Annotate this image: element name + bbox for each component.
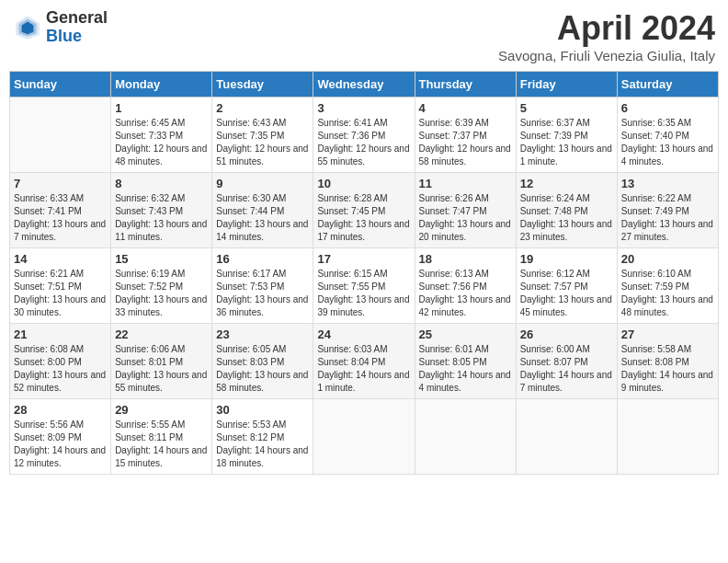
header-thursday: Thursday <box>415 72 516 98</box>
day-number: 15 <box>115 252 208 266</box>
day-info: Sunrise: 6:08 AMSunset: 8:00 PMDaylight:… <box>14 343 107 395</box>
cell-week5-day3 <box>313 399 415 475</box>
cell-week2-day3: 10Sunrise: 6:28 AMSunset: 7:45 PMDayligh… <box>313 173 415 248</box>
cell-week4-day1: 22Sunrise: 6:06 AMSunset: 8:01 PMDayligh… <box>111 324 212 399</box>
day-number: 29 <box>115 403 208 417</box>
day-info: Sunrise: 6:15 AMSunset: 7:55 PMDaylight:… <box>317 268 410 319</box>
day-number: 22 <box>115 327 208 341</box>
day-info: Sunrise: 6:13 AMSunset: 7:56 PMDaylight:… <box>419 268 512 319</box>
day-info: Sunrise: 6:24 AMSunset: 7:48 PMDaylight:… <box>520 192 613 244</box>
day-number: 6 <box>621 101 714 115</box>
week-row-2: 7Sunrise: 6:33 AMSunset: 7:41 PMDaylight… <box>10 173 719 248</box>
day-info: Sunrise: 6:45 AMSunset: 7:33 PMDaylight:… <box>115 117 208 168</box>
day-info: Sunrise: 6:22 AMSunset: 7:49 PMDaylight:… <box>621 192 714 244</box>
cell-week4-day6: 27Sunrise: 5:58 AMSunset: 8:08 PMDayligh… <box>617 324 718 399</box>
day-number: 20 <box>621 252 714 266</box>
day-info: Sunrise: 6:05 AMSunset: 8:03 PMDaylight:… <box>216 343 309 395</box>
cell-week1-day2: 2Sunrise: 6:43 AMSunset: 7:35 PMDaylight… <box>212 98 313 173</box>
day-info: Sunrise: 6:03 AMSunset: 8:04 PMDaylight:… <box>317 343 410 395</box>
day-info: Sunrise: 6:01 AMSunset: 8:05 PMDaylight:… <box>419 343 512 395</box>
day-number: 10 <box>317 177 410 190</box>
day-number: 24 <box>317 327 410 341</box>
cell-week3-day4: 18Sunrise: 6:13 AMSunset: 7:56 PMDayligh… <box>415 248 516 324</box>
cell-week4-day0: 21Sunrise: 6:08 AMSunset: 8:00 PMDayligh… <box>10 324 111 399</box>
day-number: 21 <box>14 327 107 341</box>
logo-icon <box>13 13 42 42</box>
day-info: Sunrise: 6:19 AMSunset: 7:52 PMDaylight:… <box>115 268 208 319</box>
day-number: 8 <box>115 177 208 190</box>
day-number: 12 <box>520 177 613 190</box>
cell-week1-day3: 3Sunrise: 6:41 AMSunset: 7:36 PMDaylight… <box>313 98 415 173</box>
cell-week4-day3: 24Sunrise: 6:03 AMSunset: 8:04 PMDayligh… <box>313 324 415 399</box>
cell-week1-day4: 4Sunrise: 6:39 AMSunset: 7:37 PMDaylight… <box>415 98 516 173</box>
logo-general: General <box>46 8 108 27</box>
day-info: Sunrise: 6:28 AMSunset: 7:45 PMDaylight:… <box>317 192 410 244</box>
cell-week3-day6: 20Sunrise: 6:10 AMSunset: 7:59 PMDayligh… <box>617 248 718 324</box>
day-info: Sunrise: 5:58 AMSunset: 8:08 PMDaylight:… <box>621 343 714 395</box>
day-info: Sunrise: 6:39 AMSunset: 7:37 PMDaylight:… <box>419 117 512 168</box>
header-friday: Friday <box>516 72 617 98</box>
day-info: Sunrise: 6:21 AMSunset: 7:51 PMDaylight:… <box>14 268 107 319</box>
header-sunday: Sunday <box>10 72 111 98</box>
cell-week2-day0: 7Sunrise: 6:33 AMSunset: 7:41 PMDaylight… <box>10 173 111 248</box>
day-info: Sunrise: 6:10 AMSunset: 7:59 PMDaylight:… <box>621 268 714 319</box>
cell-week5-day5 <box>516 399 617 475</box>
header-tuesday: Tuesday <box>212 72 313 98</box>
page-header: General Blue April 2024 Savogna, Friuli … <box>9 9 719 63</box>
week-row-1: 1Sunrise: 6:45 AMSunset: 7:33 PMDaylight… <box>10 98 719 173</box>
day-number: 28 <box>14 403 107 417</box>
week-row-3: 14Sunrise: 6:21 AMSunset: 7:51 PMDayligh… <box>10 248 719 324</box>
day-number: 13 <box>621 177 714 190</box>
cell-week5-day4 <box>415 399 516 475</box>
day-number: 1 <box>115 101 208 115</box>
cell-week2-day2: 9Sunrise: 6:30 AMSunset: 7:44 PMDaylight… <box>212 173 313 248</box>
day-number: 30 <box>216 403 309 417</box>
day-number: 14 <box>14 252 107 266</box>
day-info: Sunrise: 6:37 AMSunset: 7:39 PMDaylight:… <box>520 117 613 168</box>
cell-week1-day1: 1Sunrise: 6:45 AMSunset: 7:33 PMDaylight… <box>111 98 212 173</box>
cell-week3-day2: 16Sunrise: 6:17 AMSunset: 7:53 PMDayligh… <box>212 248 313 324</box>
day-info: Sunrise: 6:32 AMSunset: 7:43 PMDaylight:… <box>115 192 208 244</box>
day-info: Sunrise: 6:17 AMSunset: 7:53 PMDaylight:… <box>216 268 309 319</box>
day-number: 2 <box>216 101 309 115</box>
week-row-5: 28Sunrise: 5:56 AMSunset: 8:09 PMDayligh… <box>10 399 719 475</box>
day-info: Sunrise: 5:53 AMSunset: 8:12 PMDaylight:… <box>216 419 309 470</box>
cell-week2-day5: 12Sunrise: 6:24 AMSunset: 7:48 PMDayligh… <box>516 173 617 248</box>
day-info: Sunrise: 6:35 AMSunset: 7:40 PMDaylight:… <box>621 117 714 168</box>
day-number: 5 <box>520 101 613 115</box>
title-block: April 2024 Savogna, Friuli Venezia Giuli… <box>498 9 715 63</box>
cell-week5-day0: 28Sunrise: 5:56 AMSunset: 8:09 PMDayligh… <box>10 399 111 475</box>
header-wednesday: Wednesday <box>313 72 415 98</box>
day-number: 27 <box>621 327 714 341</box>
day-number: 25 <box>419 327 512 341</box>
cell-week4-day4: 25Sunrise: 6:01 AMSunset: 8:05 PMDayligh… <box>415 324 516 399</box>
header-monday: Monday <box>111 72 212 98</box>
day-info: Sunrise: 6:41 AMSunset: 7:36 PMDaylight:… <box>317 117 410 168</box>
day-info: Sunrise: 6:43 AMSunset: 7:35 PMDaylight:… <box>216 117 309 168</box>
day-number: 23 <box>216 327 309 341</box>
day-number: 16 <box>216 252 309 266</box>
day-number: 26 <box>520 327 613 341</box>
day-number: 9 <box>216 177 309 190</box>
day-number: 3 <box>317 101 410 115</box>
cell-week2-day1: 8Sunrise: 6:32 AMSunset: 7:43 PMDaylight… <box>111 173 212 248</box>
logo-text: General Blue <box>46 9 108 46</box>
day-info: Sunrise: 6:12 AMSunset: 7:57 PMDaylight:… <box>520 268 613 319</box>
day-number: 11 <box>419 177 512 190</box>
cell-week3-day0: 14Sunrise: 6:21 AMSunset: 7:51 PMDayligh… <box>10 248 111 324</box>
calendar-header-row: SundayMondayTuesdayWednesdayThursdayFrid… <box>10 72 719 98</box>
day-number: 18 <box>419 252 512 266</box>
day-number: 4 <box>419 101 512 115</box>
day-number: 17 <box>317 252 410 266</box>
cell-week3-day5: 19Sunrise: 6:12 AMSunset: 7:57 PMDayligh… <box>516 248 617 324</box>
header-saturday: Saturday <box>617 72 718 98</box>
cell-week3-day3: 17Sunrise: 6:15 AMSunset: 7:55 PMDayligh… <box>313 248 415 324</box>
calendar-table: SundayMondayTuesdayWednesdayThursdayFrid… <box>9 71 719 475</box>
week-row-4: 21Sunrise: 6:08 AMSunset: 8:00 PMDayligh… <box>10 324 719 399</box>
day-info: Sunrise: 6:30 AMSunset: 7:44 PMDaylight:… <box>216 192 309 244</box>
page-title: April 2024 <box>498 9 715 48</box>
day-info: Sunrise: 5:55 AMSunset: 8:11 PMDaylight:… <box>115 419 208 470</box>
cell-week3-day1: 15Sunrise: 6:19 AMSunset: 7:52 PMDayligh… <box>111 248 212 324</box>
day-info: Sunrise: 6:26 AMSunset: 7:47 PMDaylight:… <box>419 192 512 244</box>
cell-week4-day2: 23Sunrise: 6:05 AMSunset: 8:03 PMDayligh… <box>212 324 313 399</box>
